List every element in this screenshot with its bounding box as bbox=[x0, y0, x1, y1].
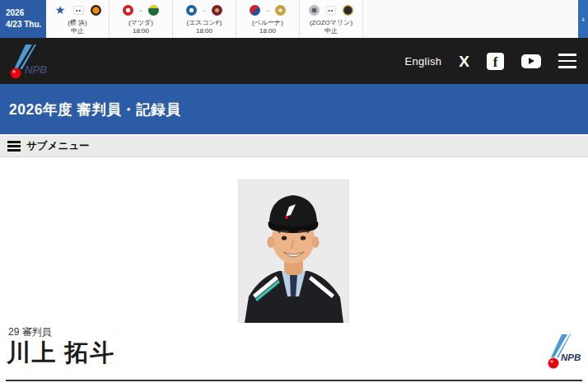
svg-text:NPB: NPB bbox=[25, 63, 47, 76]
facebook-icon[interactable]: f bbox=[487, 53, 504, 70]
npb-watermark-logo: NPB bbox=[545, 333, 585, 377]
carp-logo bbox=[123, 5, 133, 16]
swallows-logo bbox=[148, 5, 159, 16]
submenu-icon bbox=[7, 141, 21, 152]
menu-icon[interactable] bbox=[558, 54, 576, 68]
umpire-name: 川上 拓斗 bbox=[7, 337, 115, 370]
ticker-date: 2026 4/23 Thu. bbox=[0, 0, 46, 38]
baystars-logo: ★ bbox=[54, 4, 67, 17]
score-ticker: 2026 4/23 Thu. ★ •• (横 浜) 中止 - (マツダ) bbox=[0, 0, 588, 38]
ticker-scroll-right-arrow[interactable]: › bbox=[578, 0, 588, 38]
game-venue: (ベルーナ) bbox=[252, 19, 283, 27]
game-cancelled-mark: •• bbox=[73, 6, 84, 15]
game-status: 18:00 bbox=[196, 27, 212, 35]
ticker-date-day: 4/23 Thu. bbox=[6, 19, 46, 30]
game-cell-belluna[interactable]: - (ベルーナ) 18:00 bbox=[236, 0, 300, 38]
lions-logo bbox=[250, 5, 260, 16]
site-header: NPB English X f bbox=[0, 38, 588, 84]
game-cell-zozomarine[interactable]: •• (ZOZOマリン) 中止 bbox=[300, 0, 363, 38]
game-cell-yokohama[interactable]: ★ •• (横 浜) 中止 bbox=[46, 0, 110, 38]
game-status: 18:00 bbox=[133, 27, 149, 35]
game-venue: (横 浜) bbox=[68, 19, 87, 27]
fighters-logo bbox=[186, 5, 197, 16]
header-actions: English X f bbox=[405, 38, 576, 84]
game-cell-mazda[interactable]: - (マツダ) 18:00 bbox=[110, 0, 173, 38]
eagles-logo bbox=[212, 5, 222, 16]
game-separator: - bbox=[267, 7, 269, 14]
ticker-games: ★ •• (横 浜) 中止 - (マツダ) 18:00 bbox=[46, 0, 363, 38]
divider-rule bbox=[6, 380, 582, 381]
game-venue: (マツダ) bbox=[128, 19, 153, 27]
marines-logo bbox=[309, 5, 320, 16]
game-venue: (ZOZOマリン) bbox=[310, 19, 352, 27]
game-venue: (エスコンF) bbox=[187, 19, 222, 27]
page-title-bar: 2026年度 審判員・記録員 bbox=[0, 84, 588, 134]
game-separator: - bbox=[203, 7, 206, 14]
submenu-label: サブメニュー bbox=[26, 139, 89, 153]
game-status: 中止 bbox=[71, 27, 84, 35]
svg-text:NPB: NPB bbox=[561, 352, 581, 362]
game-status: 中止 bbox=[324, 27, 338, 35]
game-cancelled-mark: •• bbox=[326, 6, 337, 15]
npb-page: 2026 4/23 Thu. ★ •• (横 浜) 中止 - (マツダ) bbox=[0, 0, 588, 392]
game-cell-escon[interactable]: - (エスコンF) 18:00 bbox=[173, 0, 236, 38]
npb-logo[interactable]: NPB bbox=[7, 43, 54, 82]
page-title: 2026年度 審判員・記録員 bbox=[9, 100, 180, 119]
hawks-logo bbox=[343, 5, 353, 16]
giants-logo bbox=[91, 5, 101, 16]
game-separator: - bbox=[140, 7, 142, 14]
game-status: 18:00 bbox=[259, 27, 276, 35]
youtube-icon[interactable] bbox=[521, 54, 541, 68]
facebook-f-glyph: f bbox=[487, 55, 504, 71]
english-link[interactable]: English bbox=[405, 55, 442, 68]
submenu-toggle[interactable]: サブメニュー bbox=[0, 136, 588, 157]
buffaloes-logo bbox=[275, 5, 286, 16]
x-twitter-icon[interactable]: X bbox=[459, 54, 469, 69]
umpire-photo bbox=[238, 180, 349, 323]
ticker-date-year: 2026 bbox=[6, 7, 46, 19]
